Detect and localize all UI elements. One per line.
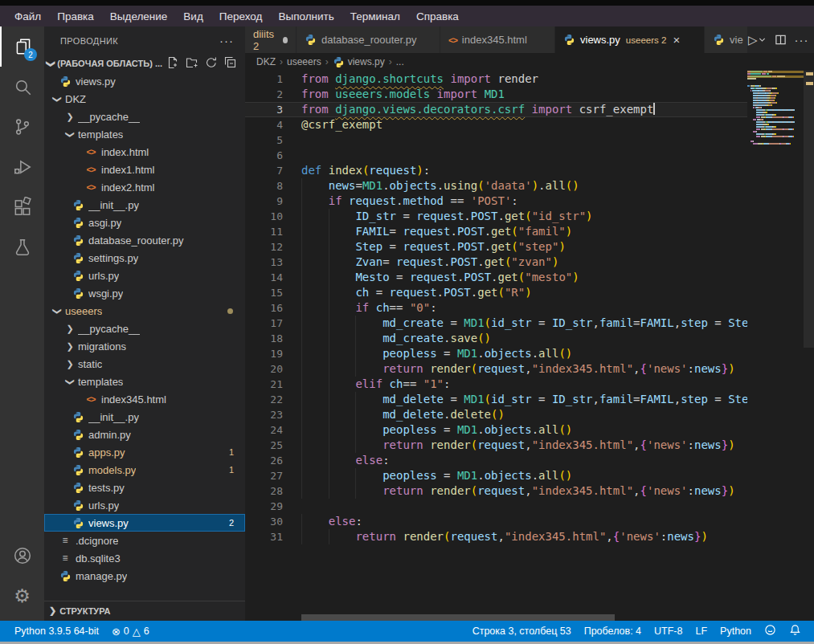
code-line-9[interactable]: 9 if request.method == 'POST': <box>245 194 747 209</box>
code-line-30[interactable]: 30 else: <box>245 514 747 529</box>
code-line-19[interactable]: 19 peopless = MD1.objects.all() <box>245 346 747 361</box>
tree-file-apps-py[interactable]: apps.py1 <box>44 443 245 461</box>
tree-file-database-roouter-py[interactable]: database_roouter.py <box>44 231 245 249</box>
workspace-section-header[interactable]: ❯ (РАБОЧАЯ ОБЛАСТЬ) ... <box>44 55 245 72</box>
code-line-15[interactable]: 15 ch = request.POST.get("R") <box>245 285 747 300</box>
accounts-icon[interactable] <box>0 536 44 576</box>
source-control-icon[interactable] <box>0 107 44 147</box>
vertical-scrollbar[interactable] <box>804 71 814 621</box>
settings-icon[interactable]: ⚙ <box>0 576 44 616</box>
tree-file-tests-py[interactable]: tests.py <box>44 479 245 496</box>
tree-file-index345-html[interactable]: <>index345.html <box>44 390 245 408</box>
code-line-3[interactable]: 3from django.views.decorators.csrf impor… <box>245 102 747 117</box>
code-line-17[interactable]: 17 md_create = MD1(id_str = ID_str,famil… <box>245 316 747 331</box>
tree-file-urls-py[interactable]: urls.py <box>44 496 245 514</box>
collapse-folders-icon[interactable] <box>224 56 237 71</box>
tree-file-index1-html[interactable]: <>index1.html <box>44 161 245 178</box>
tree-folder-dkz[interactable]: ❯DKZ <box>44 90 245 108</box>
run-python-file-button[interactable]: ▷ <box>748 33 767 47</box>
status-eol[interactable]: LF <box>689 624 714 638</box>
tree-folder-templates[interactable]: ❯templates <box>44 125 245 143</box>
code-line-11[interactable]: 11 FAMIL= request.POST.get("famil") <box>245 224 747 239</box>
new-folder-icon[interactable] <box>186 56 198 71</box>
horizontal-scrollbar-thumb[interactable] <box>301 614 615 621</box>
code-line-1[interactable]: 1from django.shortcuts import render <box>245 71 747 87</box>
refresh-icon[interactable] <box>205 56 218 71</box>
more-actions-button[interactable]: ··· <box>795 33 809 47</box>
tree-file-models-py[interactable]: models.py1 <box>44 461 245 479</box>
code-line-7[interactable]: 7def index(request): <box>245 163 747 178</box>
status-feedback[interactable] <box>758 624 783 638</box>
tree-folder-useeers[interactable]: ❯useeers <box>44 302 245 320</box>
tree-folder-migrations[interactable]: ❯migrations <box>44 337 245 355</box>
code-line-10[interactable]: 10 ID_str = request.POST.get("id_str") <box>245 209 747 224</box>
menu-item-4[interactable]: Вид <box>175 6 211 26</box>
code-line-22[interactable]: 22 md_delete = MD1(id_str = ID_str,famil… <box>245 392 747 407</box>
code-editor[interactable]: 1from django.shortcuts import render2fro… <box>245 71 814 621</box>
tree-folder-static[interactable]: ❯static <box>44 355 245 373</box>
tree-file-views-py[interactable]: views.py <box>44 72 245 90</box>
menu-item-5[interactable]: Переход <box>211 6 271 26</box>
tree-file-wsgi-py[interactable]: wsgi.py <box>44 284 245 302</box>
code-line-20[interactable]: 20 return render(request,"index345.html"… <box>245 361 747 377</box>
code-line-31[interactable]: 31 return render(request,"index345.html"… <box>245 529 747 544</box>
code-line-2[interactable]: 2from useeers.models import MD1 <box>245 87 747 102</box>
views-and-more-actions-button[interactable]: ··· <box>219 34 234 47</box>
tree-file-index-html[interactable]: <>index.html <box>44 143 245 161</box>
tab-diiits-2[interactable]: diiits 2 <box>245 26 296 53</box>
breadcrumb-item-3[interactable]: views.py <box>333 56 385 68</box>
code-line-12[interactable]: 12 Step = request.POST.get("step") <box>245 239 747 255</box>
code-line-21[interactable]: 21 elif ch== "1": <box>245 377 747 392</box>
status-problems[interactable]: ⊗0△6 <box>105 626 156 638</box>
tree-file-views-py[interactable]: views.py2 <box>44 514 245 532</box>
menu-item-3[interactable]: Выделение <box>102 6 176 26</box>
menu-item-7[interactable]: Терминал <box>342 6 408 26</box>
code-line-26[interactable]: 26 else: <box>245 453 747 468</box>
outline-section-header[interactable]: ❯ СТРУКТУРА <box>44 601 245 620</box>
breadcrumb-item-4[interactable]: ... <box>396 56 404 67</box>
status-cursor-position[interactable]: Строка 3, столбец 53 <box>466 624 578 638</box>
close-icon[interactable]: × <box>673 34 680 46</box>
tab-views-py[interactable]: views.pyuseeers 2× <box>555 26 704 53</box>
code-line-14[interactable]: 14 Mesto = request.POST.get("mesto") <box>245 270 747 285</box>
code-line-16[interactable]: 16 if ch== "0": <box>245 300 747 316</box>
status-python-version[interactable]: Python 3.9.5 64-bit <box>8 626 105 638</box>
tree-file-settings-py[interactable]: settings.py <box>44 249 245 267</box>
code-line-4[interactable]: 4@csrf_exempt <box>245 117 747 132</box>
tree-file--dcignore[interactable]: ≡.dcignore <box>44 532 245 549</box>
breadcrumb-item-1[interactable]: DKZ <box>256 56 276 67</box>
tab-index345-html[interactable]: <>index345.html <box>440 26 554 53</box>
menu-item-1[interactable]: Файл <box>6 6 49 26</box>
code-line-5[interactable]: 5 <box>245 132 747 148</box>
status-encoding[interactable]: UTF-8 <box>648 624 689 638</box>
tab-database-roouter-py[interactable]: database_roouter.py <box>297 26 440 53</box>
code-line-24[interactable]: 24 peopless = MD1.objects.all() <box>245 422 747 438</box>
status-language-mode[interactable]: Python <box>714 624 758 638</box>
tree-folder-templates[interactable]: ❯templates <box>44 373 245 390</box>
code-line-28[interactable]: 28 return render(request,"index345.html"… <box>245 483 747 499</box>
tree-file--init-py[interactable]: __init__.py <box>44 196 245 214</box>
split-editor-button[interactable] <box>775 34 787 46</box>
tree-file--init-py[interactable]: __init__.py <box>44 408 245 426</box>
explorer-icon[interactable]: 2 <box>0 26 44 67</box>
status-indentation[interactable]: Пробелов: 4 <box>578 624 648 638</box>
testing-icon[interactable] <box>0 227 44 267</box>
breadcrumb-item-2[interactable]: useeers <box>287 56 321 67</box>
code-line-29[interactable]: 29 <box>245 499 747 514</box>
code-line-6[interactable]: 6 <box>245 148 747 163</box>
tree-file-urls-py[interactable]: urls.py <box>44 267 245 284</box>
new-file-icon[interactable] <box>166 56 179 71</box>
search-icon[interactable] <box>0 67 44 107</box>
tree-file-db-sqlite3[interactable]: ≡db.sqlite3 <box>44 549 245 567</box>
code-line-23[interactable]: 23 md_delete.delete() <box>245 407 747 422</box>
menu-item-2[interactable]: Правка <box>49 6 102 26</box>
code-line-25[interactable]: 25 return render(request,"index345.html"… <box>245 438 747 453</box>
tree-file-asgi-py[interactable]: asgi.py <box>44 214 245 231</box>
code-line-27[interactable]: 27 peopless = MD1.objects.all() <box>245 468 747 483</box>
menu-item-8[interactable]: Справка <box>408 6 467 26</box>
code-line-13[interactable]: 13 Zvan= request.POST.get("zvan") <box>245 255 747 270</box>
tab-vie[interactable]: vie <box>705 26 747 53</box>
tree-file-index2-html[interactable]: <>index2.html <box>44 178 245 196</box>
tree-folder--pycache-[interactable]: ❯__pycache__ <box>44 320 245 337</box>
run-and-debug-icon[interactable] <box>0 147 44 187</box>
